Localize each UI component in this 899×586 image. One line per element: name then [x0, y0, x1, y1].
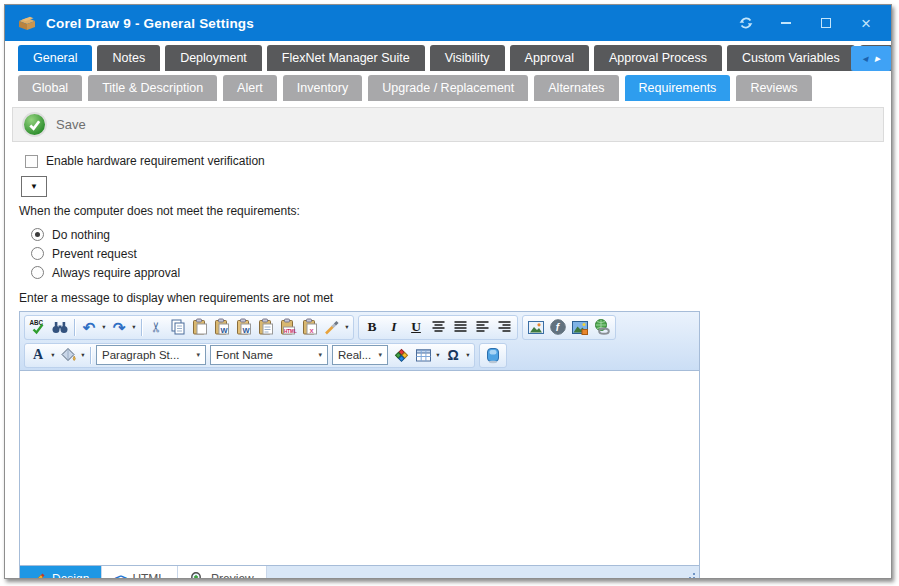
format-painter-button[interactable] — [321, 317, 343, 338]
image-manager-button[interactable] — [569, 317, 591, 338]
do-nothing-radio[interactable] — [31, 228, 44, 241]
close-button[interactable]: × — [853, 11, 879, 35]
copy-button[interactable] — [167, 317, 189, 338]
save-button[interactable]: Save — [22, 112, 86, 137]
align-justify-button[interactable] — [449, 317, 471, 338]
scissors-icon: ✂ — [148, 321, 164, 333]
font-color-button[interactable]: A — [27, 345, 49, 366]
chevron-down-icon: ▼ — [30, 182, 38, 191]
align-right-button[interactable] — [493, 317, 515, 338]
prevent-request-radio[interactable] — [31, 247, 44, 260]
align-left-button[interactable] — [471, 317, 493, 338]
html-mode-tab[interactable]: <> HTML — [102, 566, 178, 579]
background-color-button[interactable] — [57, 345, 79, 366]
subtab-title-description[interactable]: Title & Description — [88, 75, 217, 101]
radio-row-prevent-request: Prevent request — [31, 244, 891, 263]
maximize-icon — [821, 18, 831, 28]
paste-plain-text-button[interactable] — [255, 317, 277, 338]
media-manager-button[interactable] — [482, 345, 504, 366]
refresh-button[interactable] — [733, 11, 759, 35]
binoculars-icon — [51, 318, 69, 336]
requirement-dropdown-button[interactable]: ▼ — [21, 176, 47, 197]
hyperlink-button[interactable] — [591, 317, 613, 338]
insert-table-button[interactable] — [412, 345, 434, 366]
toolbar-separator — [90, 347, 91, 364]
redo-dropdown-caret[interactable]: ▾ — [130, 323, 138, 331]
subtab-upgrade-replacement[interactable]: Upgrade / Replacement — [368, 75, 528, 101]
preview-mode-label: Preview — [211, 572, 254, 580]
tab-custom-variables[interactable]: Custom Variables — [727, 45, 855, 71]
toolbar-panel-edit: ABC ↶ ▾ — [24, 315, 354, 340]
tab-notes[interactable]: Notes — [97, 45, 160, 71]
table-dropdown-caret[interactable]: ▾ — [434, 351, 442, 359]
paste-word-cleaned-button[interactable]: W — [233, 317, 255, 338]
undo-button[interactable]: ↶ — [78, 317, 100, 338]
minimize-button[interactable] — [773, 11, 799, 35]
media-manager-icon — [485, 347, 501, 364]
requirements-action-radio-group: Do nothing Prevent request Always requir… — [31, 225, 891, 282]
subtab-alternates[interactable]: Alternates — [534, 75, 618, 101]
align-right-icon — [497, 320, 512, 334]
insert-flash-button[interactable]: f — [547, 317, 569, 338]
image-icon — [527, 319, 545, 336]
subtab-alert[interactable]: Alert — [223, 75, 277, 101]
background-color-dropdown-caret[interactable]: ▾ — [79, 351, 87, 359]
paint-bucket-icon — [60, 347, 77, 363]
code-icon: <> — [114, 572, 126, 580]
package-icon — [17, 14, 37, 32]
italic-button[interactable]: I — [383, 317, 405, 338]
magnifier-icon — [190, 571, 205, 579]
paste-button[interactable] — [189, 317, 211, 338]
editor-content[interactable] — [20, 371, 699, 565]
tab-visibility[interactable]: Visibility — [430, 45, 505, 71]
insert-image-button[interactable] — [525, 317, 547, 338]
paste-from-word-button[interactable]: W — [211, 317, 233, 338]
align-center-button[interactable] — [427, 317, 449, 338]
subtab-global[interactable]: Global — [18, 75, 82, 101]
symbol-dropdown-caret[interactable]: ▾ — [464, 351, 472, 359]
paragraph-style-select[interactable]: Paragraph St... ▾ — [96, 345, 206, 365]
font-color-dropdown-caret[interactable]: ▾ — [49, 351, 57, 359]
chevron-down-icon: ▾ — [318, 351, 322, 359]
find-button[interactable] — [49, 317, 71, 338]
paste-special-button[interactable]: x — [299, 317, 321, 338]
font-name-select[interactable]: Font Name ▾ — [210, 345, 328, 365]
editor-mode-bar: Design <> HTML Preview — [20, 565, 699, 579]
tab-scroll-buttons[interactable]: ◂ ▸ — [851, 46, 891, 71]
align-left-icon — [475, 320, 490, 334]
subtab-requirements[interactable]: Requirements — [625, 75, 731, 101]
message-instruction-label: Enter a message to display when requirem… — [19, 291, 891, 305]
font-size-select[interactable]: Real... ▾ — [332, 345, 388, 365]
maximize-button[interactable] — [813, 11, 839, 35]
bold-button[interactable]: B — [361, 317, 383, 338]
scroll-left-icon[interactable]: ◂ — [862, 52, 868, 65]
toolbar-panel-font: A ▾ ▾ Paragraph St... ▾ — [24, 343, 475, 368]
insert-symbol-button[interactable]: Ω — [442, 345, 464, 366]
spellcheck-button[interactable]: ABC — [27, 317, 49, 338]
paste-as-html-button[interactable]: HTML — [277, 317, 299, 338]
scroll-right-icon[interactable]: ▸ — [875, 52, 881, 65]
chevron-down-icon: ▾ — [378, 351, 382, 359]
tab-deployment[interactable]: Deployment — [165, 45, 262, 71]
hardware-verification-checkbox[interactable] — [25, 155, 38, 168]
subtab-inventory[interactable]: Inventory — [283, 75, 362, 101]
undo-dropdown-caret[interactable]: ▾ — [100, 323, 108, 331]
html-mode-label: HTML — [132, 572, 165, 580]
cut-button[interactable]: ✂ — [145, 317, 167, 338]
tab-approval-process[interactable]: Approval Process — [594, 45, 722, 71]
subtab-reviews[interactable]: Reviews — [736, 75, 811, 101]
redo-button[interactable]: ↷ — [108, 317, 130, 338]
preview-mode-tab[interactable]: Preview — [178, 566, 267, 579]
underline-button[interactable]: U — [405, 317, 427, 338]
tab-approval[interactable]: Approval — [510, 45, 589, 71]
resize-grip[interactable] — [684, 573, 696, 579]
editor-toolbar-row-1: ABC ↶ ▾ — [22, 313, 697, 341]
color-swatch-button[interactable] — [390, 345, 412, 366]
always-require-approval-radio[interactable] — [31, 266, 44, 279]
tab-flexnet-manager-suite[interactable]: FlexNet Manager Suite — [267, 45, 425, 71]
window-title: Corel Draw 9 - General Settings — [46, 16, 254, 31]
secondary-tab-bar: Global Title & Description Alert Invento… — [18, 75, 891, 101]
design-mode-tab[interactable]: Design — [20, 566, 102, 579]
format-painter-dropdown-caret[interactable]: ▾ — [343, 323, 351, 331]
tab-general[interactable]: General — [18, 45, 92, 71]
